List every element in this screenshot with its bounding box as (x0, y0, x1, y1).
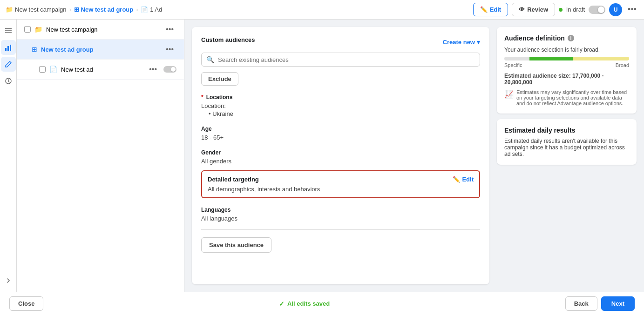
detailed-targeting-title: Detailed targeting (208, 176, 259, 183)
audience-search-bar[interactable]: 🔍 (201, 53, 480, 67)
audience-note-text: Estimates may vary significantly over ti… (516, 89, 629, 106)
locations-title: Locations (206, 94, 233, 101)
back-button[interactable]: Back (565, 296, 597, 311)
svg-rect-4 (7, 46, 9, 51)
location-key: Location: (201, 102, 480, 109)
main-card: Custom audiences Create new ▾ 🔍 Exclude … (192, 27, 489, 284)
bottom-bar: Close ✓ All edits saved Back Next (0, 292, 644, 315)
audience-def-title-row: Audience definition i (504, 34, 629, 42)
ad-checkbox[interactable] (39, 66, 46, 73)
targeting-edit-label: Edit (462, 176, 474, 183)
campaign-icon: 📁 (6, 6, 13, 13)
trend-icon: 📈 (504, 90, 514, 99)
edit-button[interactable]: ✏️ Edit (473, 3, 508, 16)
svg-rect-3 (5, 48, 7, 51)
adgroup-sidebar-label: New test ad group (41, 46, 159, 53)
audience-desc: Your audience selection is fairly broad. (504, 47, 629, 53)
adgroup-more-button[interactable]: ••• (163, 44, 176, 54)
check-icon: ✓ (279, 300, 285, 308)
sidebar-toggle-button[interactable] (1, 23, 16, 38)
campaign-label: New test campaign (15, 6, 67, 13)
next-label: Next (611, 300, 624, 307)
required-mark: * (201, 94, 203, 101)
estimated-daily-card: Estimated daily results Estimated daily … (497, 119, 637, 165)
close-button[interactable]: Close (9, 296, 43, 311)
edit-pencil-icon: ✏️ (480, 6, 488, 13)
draft-toggle[interactable] (589, 6, 605, 14)
sidebar: 📁 New test campaign ••• ⊞ New test ad gr… (17, 20, 184, 292)
create-new-button[interactable]: Create new ▾ (443, 39, 480, 46)
detailed-targeting-header: Detailed targeting ✏️ Edit (208, 176, 474, 183)
age-value: 18 - 65+ (201, 134, 480, 141)
broad-label: Broad (616, 62, 629, 68)
save-audience-button[interactable]: Save this audience (201, 237, 271, 253)
sidebar-item-campaign[interactable]: 📁 New test campaign ••• (17, 20, 184, 40)
left-icon-strip (0, 20, 17, 292)
adgroup-label: New test ad group (81, 6, 134, 13)
campaign-sidebar-icon: 📁 (34, 26, 42, 33)
ad-sidebar-icon: 📄 (49, 66, 57, 73)
top-bar: 📁 New test campaign › ⊞ New test ad grou… (0, 0, 644, 20)
edit-nav-button[interactable] (1, 57, 16, 72)
gender-header: Gender (201, 149, 480, 156)
audience-size: Estimated audience size: 17,700,000 - 20… (504, 73, 629, 86)
chart-button[interactable] (1, 40, 16, 55)
svg-rect-0 (5, 28, 12, 29)
meter-labels: Specific Broad (504, 62, 629, 68)
sidebar-item-adgroup[interactable]: ⊞ New test ad group ••• (17, 40, 184, 60)
create-new-label: Create new (443, 39, 475, 46)
campaign-more-button[interactable]: ••• (163, 24, 176, 34)
specific-label: Specific (504, 62, 522, 68)
ad-toggle[interactable] (163, 66, 176, 73)
content-area: Custom audiences Create new ▾ 🔍 Exclude … (184, 20, 644, 292)
status-dot-icon (559, 8, 563, 12)
status-text: In draft (559, 6, 585, 13)
expand-nav-button[interactable] (1, 273, 16, 288)
svg-rect-2 (5, 33, 12, 34)
ad-icon: 📄 (141, 6, 148, 13)
ad-sidebar-label: New test ad (61, 66, 142, 73)
age-title: Age (201, 126, 212, 132)
review-eye-icon: 👁 (519, 6, 525, 13)
audience-def-title: Audience definition (504, 34, 565, 42)
exclude-button[interactable]: Exclude (201, 72, 238, 86)
languages-value: All languages (201, 215, 480, 222)
locations-header: * Locations (201, 94, 480, 101)
ad-label: 1 Ad (150, 6, 162, 13)
edit-label: Edit (490, 6, 502, 13)
nav-buttons: Back Next (565, 296, 635, 311)
review-button[interactable]: 👁 Review (512, 3, 555, 16)
svg-rect-5 (10, 45, 11, 51)
adgroup-sidebar-icon: ⊞ (32, 46, 37, 53)
saved-status: ✓ All edits saved (279, 300, 330, 308)
breadcrumb: 📁 New test campaign › ⊞ New test ad grou… (6, 6, 469, 13)
sidebar-item-ad[interactable]: 📄 New test ad ••• (17, 60, 184, 80)
audience-def-info-icon[interactable]: i (568, 35, 574, 41)
audience-definition-card: Audience definition i Your audience sele… (497, 27, 637, 114)
review-label: Review (527, 6, 548, 13)
location-value: Ukraine (201, 110, 480, 117)
next-button[interactable]: Next (601, 296, 635, 311)
gender-title: Gender (201, 149, 221, 156)
main-layout: 📁 New test campaign ••• ⊞ New test ad gr… (0, 20, 644, 292)
adgroup-icon: ⊞ (74, 6, 79, 13)
detailed-targeting-edit-button[interactable]: ✏️ Edit (453, 176, 474, 183)
breadcrumb-adgroup[interactable]: ⊞ New test ad group (74, 6, 134, 13)
breadcrumb-campaign[interactable]: 📁 New test campaign (6, 6, 67, 13)
breadcrumb-ad[interactable]: 📄 1 Ad (141, 6, 162, 13)
more-options-button[interactable]: ••• (626, 3, 638, 16)
search-input[interactable] (218, 56, 475, 63)
breadcrumb-arrow-1: › (69, 7, 71, 13)
right-panel: Audience definition i Your audience sele… (497, 27, 637, 284)
custom-audiences-header: Custom audiences Create new ▾ (201, 36, 480, 48)
close-label: Close (18, 300, 34, 307)
avatar: U (609, 3, 622, 16)
campaign-checkbox[interactable] (24, 26, 31, 33)
audience-note: 📈 Estimates may vary significantly over … (504, 89, 629, 106)
estimated-daily-title: Estimated daily results (504, 127, 629, 134)
breadcrumb-arrow-2: › (136, 7, 138, 13)
history-button[interactable] (1, 74, 16, 88)
back-label: Back (574, 300, 589, 307)
ad-more-button[interactable]: ••• (146, 64, 160, 74)
save-audience-label: Save this audience (209, 241, 264, 248)
